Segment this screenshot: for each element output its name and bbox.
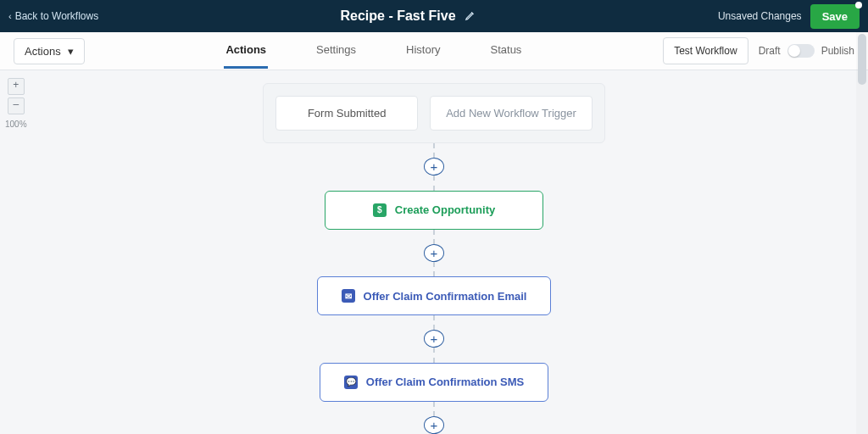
mail-icon: ✉ — [342, 289, 355, 303]
publish-toggle-group: Draft Publish — [759, 44, 854, 58]
add-step-button[interactable]: + — [424, 330, 444, 348]
add-trigger-button[interactable]: Add New Workflow Trigger — [430, 96, 593, 131]
trigger-container: Form Submitted Add New Workflow Trigger — [263, 83, 605, 143]
add-step-button[interactable]: + — [424, 244, 444, 262]
test-workflow-button[interactable]: Test Workflow — [663, 37, 748, 64]
top-header: ‹ Back to Workflows Recipe - Fast Five U… — [0, 0, 868, 32]
node-create-opportunity[interactable]: $ Create Opportunity — [325, 191, 543, 230]
connector-line — [433, 175, 436, 190]
chat-icon: 💬 — [344, 376, 358, 389]
connector-line — [433, 262, 436, 276]
toolbar: Actions ▾ Actions Settings History Statu… — [0, 32, 868, 70]
tab-status[interactable]: Status — [489, 33, 524, 69]
node-confirmation-sms[interactable]: 💬 Offer Claim Confirmation SMS — [320, 363, 548, 402]
builder-tabs: Actions Settings History Status — [85, 33, 664, 69]
chevron-left-icon: ‹ — [8, 11, 12, 21]
actions-dropdown[interactable]: Actions ▾ — [14, 38, 85, 64]
connector-line — [433, 315, 436, 330]
add-step-button[interactable]: + — [424, 158, 444, 175]
add-step-button[interactable]: + — [424, 416, 444, 434]
node-label: Offer Claim Confirmation Email — [364, 290, 527, 303]
unsaved-changes-label: Unsaved Changes — [718, 10, 802, 22]
tab-history[interactable]: History — [404, 33, 442, 69]
dollar-icon: $ — [373, 203, 387, 217]
vertical-scrollbar[interactable] — [856, 32, 868, 434]
scrollbar-thumb[interactable] — [858, 34, 866, 85]
connector-line — [433, 402, 436, 416]
publish-label: Publish — [821, 45, 854, 57]
edit-title-icon[interactable] — [465, 9, 476, 24]
tab-settings[interactable]: Settings — [314, 33, 358, 69]
draft-label: Draft — [759, 45, 781, 57]
chevron-down-icon: ▾ — [68, 45, 74, 58]
node-confirmation-email[interactable]: ✉ Offer Claim Confirmation Email — [317, 276, 552, 315]
save-button[interactable]: Save — [810, 4, 860, 29]
publish-toggle[interactable] — [787, 44, 815, 58]
connector-line — [433, 230, 436, 244]
back-to-workflows[interactable]: ‹ Back to Workflows — [8, 10, 98, 22]
node-label: Create Opportunity — [395, 203, 495, 216]
connector-line — [433, 143, 436, 158]
actions-dropdown-label: Actions — [25, 45, 61, 58]
trigger-form-submitted[interactable]: Form Submitted — [275, 96, 418, 131]
page-title: Recipe - Fast Five — [341, 8, 456, 24]
back-label: Back to Workflows — [15, 10, 98, 22]
tab-actions[interactable]: Actions — [224, 33, 268, 69]
node-label: Offer Claim Confirmation SMS — [366, 376, 524, 388]
connector-line — [433, 348, 436, 362]
unsaved-indicator-dot — [855, 2, 862, 8]
workflow-canvas: Form Submitted Add New Workflow Trigger … — [0, 70, 868, 434]
